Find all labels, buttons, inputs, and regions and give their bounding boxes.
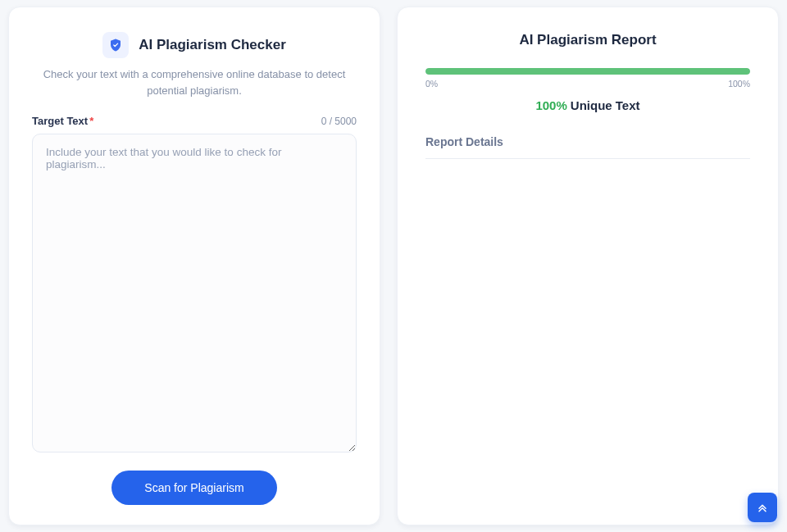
checker-title: AI Plagiarism Checker bbox=[139, 37, 286, 53]
char-counter: 0 / 5000 bbox=[321, 116, 357, 127]
progress-max-label: 100% bbox=[728, 79, 750, 89]
checker-header: AI Plagiarism Checker bbox=[32, 32, 357, 58]
unique-text-summary: 100%Unique Text bbox=[425, 98, 750, 112]
target-text-label-text: Target Text bbox=[32, 115, 88, 127]
unique-percent: 100% bbox=[535, 98, 566, 112]
double-chevron-up-icon bbox=[756, 501, 769, 514]
target-text-label-row: Target Text* 0 / 5000 bbox=[32, 115, 357, 127]
progress-bar bbox=[425, 68, 750, 75]
progress-fill bbox=[425, 68, 750, 75]
unique-progress: 0% 100% bbox=[425, 68, 750, 89]
progress-labels: 0% 100% bbox=[425, 79, 750, 89]
target-text-label: Target Text* bbox=[32, 115, 93, 127]
report-title: AI Plagiarism Report bbox=[425, 32, 750, 48]
checker-subtitle: Check your text with a comprehensive onl… bbox=[32, 66, 357, 98]
checker-panel: AI Plagiarism Checker Check your text wi… bbox=[8, 7, 380, 525]
report-panel: AI Plagiarism Report 0% 100% 100%Unique … bbox=[397, 7, 779, 525]
report-details-heading: Report Details bbox=[425, 135, 750, 159]
scroll-to-top-button[interactable] bbox=[748, 493, 777, 522]
unique-label: Unique Text bbox=[571, 98, 640, 112]
shield-icon bbox=[102, 32, 129, 58]
required-asterisk: * bbox=[89, 115, 93, 127]
target-text-input[interactable] bbox=[32, 134, 357, 452]
scan-button[interactable]: Scan for Plagiarism bbox=[111, 471, 276, 505]
progress-min-label: 0% bbox=[425, 79, 438, 89]
